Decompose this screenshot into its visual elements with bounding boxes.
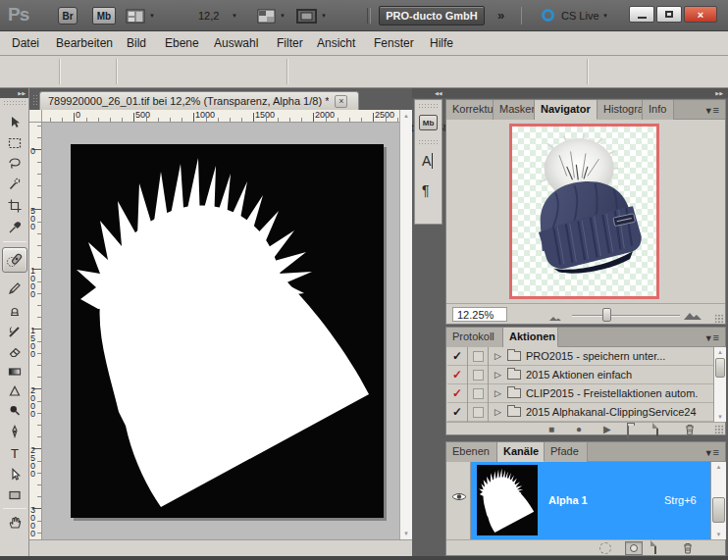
action-row[interactable]: ✓ ▷ CLIP2015 - Freistellaktionen autom. xyxy=(447,384,713,403)
scroll-up-icon[interactable]: ▲ xyxy=(711,464,726,470)
tab-protokoll[interactable]: Protokoll xyxy=(446,328,503,347)
dialog-toggle[interactable] xyxy=(468,347,489,366)
workspace-overflow-icon[interactable]: » xyxy=(497,8,504,23)
record-icon[interactable]: ● xyxy=(576,424,582,434)
chevron-down-icon[interactable]: ▼ xyxy=(602,13,608,19)
blur-tool[interactable] xyxy=(2,382,27,401)
scrollbar-thumb[interactable] xyxy=(712,497,725,523)
zoom-slider-track[interactable] xyxy=(572,315,680,317)
panel-menu-icon[interactable]: ▼≡ xyxy=(704,328,725,346)
action-toggle[interactable]: ✓ xyxy=(447,347,468,366)
document-image-alpha-channel[interactable] xyxy=(71,144,384,518)
history-brush-tool[interactable] xyxy=(2,322,27,341)
menu-filter[interactable]: Filter xyxy=(277,36,303,50)
menu-auswahl[interactable]: Auswahl xyxy=(214,36,258,50)
character-panel-button[interactable]: A xyxy=(422,153,433,169)
navigator-zoom-field[interactable]: 12.25% xyxy=(452,307,507,322)
tab-ebenen[interactable]: Ebenen xyxy=(446,442,497,462)
launch-bridge-button[interactable]: Br xyxy=(58,7,78,25)
menu-bearbeiten[interactable]: Bearbeiten xyxy=(56,36,113,50)
scroll-down-icon[interactable]: ▼ xyxy=(714,414,726,420)
move-tool[interactable] xyxy=(2,113,27,132)
clone-stamp-tool[interactable] xyxy=(2,300,27,320)
tab-aktionen[interactable]: Aktionen xyxy=(503,328,558,347)
drag-grip[interactable] xyxy=(32,94,38,106)
dialog-toggle[interactable] xyxy=(468,384,489,403)
action-set-label[interactable]: PRO2015 - speichern unter... xyxy=(526,350,665,362)
eye-icon[interactable] xyxy=(451,491,467,504)
crop-tool[interactable] xyxy=(2,196,27,216)
brush-tool[interactable] xyxy=(2,279,27,298)
menu-bild[interactable]: Bild xyxy=(127,36,146,50)
ruler-corner[interactable] xyxy=(29,110,42,123)
menu-datei[interactable]: Datei xyxy=(12,36,39,50)
zoom-slider-thumb[interactable] xyxy=(602,308,611,322)
play-icon[interactable]: ▶ xyxy=(603,424,611,434)
tab-histogramm[interactable]: Histogra xyxy=(598,100,643,120)
scroll-up-icon[interactable]: ▲ xyxy=(400,113,412,119)
zoom-level-field[interactable]: 12,2 xyxy=(198,10,219,22)
eyedropper-tool[interactable] xyxy=(2,218,27,237)
chevron-down-icon[interactable]: ▼ xyxy=(280,13,286,19)
maximize-button[interactable] xyxy=(656,6,682,23)
collapse-toolbar-button[interactable]: ▶▶ xyxy=(0,88,28,98)
close-button[interactable]: × xyxy=(684,6,717,23)
cs-live-label[interactable]: CS Live xyxy=(561,10,599,22)
shape-tool[interactable] xyxy=(2,485,27,505)
panel-resize-grip[interactable] xyxy=(714,314,724,324)
new-action-icon[interactable] xyxy=(656,423,658,436)
new-channel-icon[interactable] xyxy=(654,540,656,554)
dialog-toggle[interactable] xyxy=(468,403,489,422)
trash-icon[interactable] xyxy=(682,542,694,556)
menu-fenster[interactable]: Fenster xyxy=(374,36,414,50)
scroll-down-icon[interactable]: ▼ xyxy=(711,532,726,537)
action-row[interactable]: ✓ ▷ PRO2015 - speichern unter... xyxy=(447,347,713,366)
load-selection-icon[interactable] xyxy=(599,542,611,554)
dodge-tool[interactable] xyxy=(2,401,27,421)
tab-masken[interactable]: Masken xyxy=(494,100,535,120)
action-set-label[interactable]: 2015 Aktionen einfach xyxy=(526,369,632,381)
hand-tool[interactable] xyxy=(2,513,27,533)
eraser-tool[interactable] xyxy=(2,342,27,362)
actions-scrollbar[interactable]: ▲ ▼ xyxy=(713,347,726,422)
channel-row-alpha1[interactable]: Alpha 1 Strg+6 xyxy=(471,462,710,539)
tab-pfade[interactable]: Pfade xyxy=(545,442,588,462)
pen-tool[interactable] xyxy=(2,422,27,441)
zoom-out-icon[interactable] xyxy=(548,312,562,324)
action-toggle[interactable]: ✓ xyxy=(447,384,468,403)
drag-grip[interactable] xyxy=(418,139,439,144)
drag-grip[interactable] xyxy=(418,103,439,108)
path-selection-tool[interactable] xyxy=(2,465,27,484)
screen-mode-icon[interactable] xyxy=(296,9,317,25)
tab-korrekturen[interactable]: Korrektu xyxy=(446,100,494,120)
gradient-tool[interactable] xyxy=(2,362,27,382)
cs-live-icon[interactable] xyxy=(542,9,554,22)
panel-menu-icon[interactable]: ▼≡ xyxy=(704,100,725,119)
type-tool[interactable]: T xyxy=(2,443,27,463)
vertical-scrollbar[interactable]: ▲ ▼ xyxy=(399,110,412,539)
chevron-down-icon[interactable]: ▼ xyxy=(149,13,155,19)
panel-menu-icon[interactable]: ▼≡ xyxy=(704,442,725,461)
tab-navigator[interactable]: Navigator xyxy=(535,100,598,120)
save-selection-as-channel-button[interactable] xyxy=(625,541,643,555)
quick-selection-tool[interactable] xyxy=(2,175,27,194)
chevron-down-icon[interactable]: ▼ xyxy=(321,13,327,19)
menu-hilfe[interactable]: Hilfe xyxy=(430,36,453,50)
scrollbar-thumb[interactable] xyxy=(715,358,725,378)
arrange-documents-icon[interactable] xyxy=(126,9,145,25)
action-toggle[interactable]: ✓ xyxy=(447,403,468,422)
tab-info[interactable]: Info xyxy=(643,100,674,120)
document-tab[interactable]: 789920000_26_01.tif bei 12,2% (Transpare… xyxy=(39,91,359,110)
view-extras-icon[interactable] xyxy=(257,9,276,25)
marquee-tool[interactable] xyxy=(2,133,27,153)
mini-bridge-button[interactable]: Mb xyxy=(92,7,116,25)
action-toggle[interactable]: ✓ xyxy=(447,366,468,384)
paragraph-panel-button[interactable]: ¶ xyxy=(422,182,430,198)
lasso-tool[interactable] xyxy=(2,154,27,174)
mini-bridge-panel-button[interactable]: Mb xyxy=(419,115,438,130)
expand-icon[interactable]: ▷ xyxy=(494,370,501,380)
menu-ansicht[interactable]: Ansicht xyxy=(317,36,355,50)
workspace-button[interactable]: PRO-ducto GmbH xyxy=(379,6,485,25)
collapse-dock-icon[interactable]: ◀◀ xyxy=(435,88,442,98)
action-set-label[interactable]: CLIP2015 - Freistellaktionen autom. xyxy=(526,387,698,399)
